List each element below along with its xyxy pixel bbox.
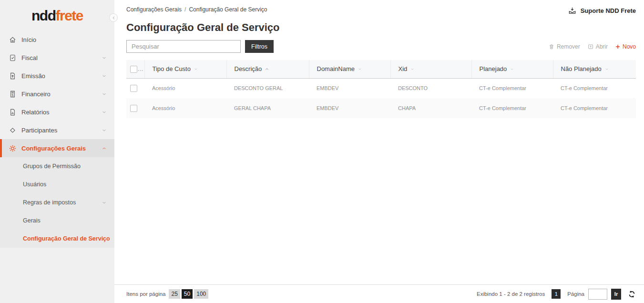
doc-dollar-icon: $ (9, 90, 17, 98)
diamond-icon (9, 126, 17, 134)
sidebar-item-label: Usuários (23, 181, 46, 188)
sidebar-item-relatorios[interactable]: Relatórios (0, 103, 114, 121)
inbox-tray-icon (568, 6, 577, 15)
cell-tipo-de-custo: Acessório (144, 78, 226, 98)
open-window-icon (587, 43, 594, 50)
sidebar-item-label: Configurações Gerais (21, 145, 86, 152)
sidebar-item-emissao[interactable]: Emissão (0, 67, 114, 85)
sidebar-item-label: Grupos de Permissão (23, 163, 81, 170)
sidebar-item-fiscal[interactable]: Fiscal (0, 49, 114, 67)
sidebar-item-inicio[interactable]: Início (0, 30, 114, 49)
sidebar-item-label: Configuração Geral de Serviço (23, 235, 110, 242)
column-header-tipo-de-custo[interactable]: Tipo de Custo (144, 60, 226, 78)
column-header-nao-planejado[interactable]: Não Planejado (553, 60, 636, 78)
fiscal-doc-check-icon (9, 54, 17, 62)
column-options-menu[interactable]: ... (138, 66, 143, 72)
column-header-planejado[interactable]: Planejado (471, 60, 553, 78)
cell-nao-planejado: CT-e Complementar (553, 78, 636, 98)
cell-planejado: CT-e Complementar (471, 98, 553, 118)
sidebar-item-label: Relatórios (21, 109, 50, 116)
cell-xid: CHAPA (390, 98, 471, 118)
sidebar-item-gerais[interactable]: Gerais (0, 212, 114, 230)
filters-button[interactable]: Filtros (245, 40, 274, 53)
sort-caret-down-icon (194, 67, 198, 71)
select-all-checkbox[interactable] (130, 66, 137, 73)
breadcrumb-separator: / (184, 6, 186, 13)
chevron-down-icon (102, 55, 107, 61)
sidebar-item-label: Regras de impostos (23, 199, 76, 206)
page-label: Página (567, 291, 584, 297)
sidebar-item-label: Financeiro (21, 91, 51, 98)
chevron-down-icon (102, 200, 107, 205)
cell-tipo-de-custo: Acessório (144, 98, 226, 118)
go-button[interactable]: Ir (611, 289, 621, 300)
sidebar-item-configuracoes-gerais[interactable]: Configurações Gerais (0, 139, 114, 157)
cell-xid: DESCONTO (390, 78, 471, 98)
svg-text:$: $ (12, 93, 14, 96)
sort-caret-up-icon (265, 67, 269, 71)
new-button[interactable]: Novo (615, 43, 636, 50)
table-row[interactable]: Acessório DESCONTO GERAL EMBDEV DESCONTO… (126, 78, 636, 98)
remove-button[interactable]: Remover (548, 43, 580, 50)
current-page-button[interactable]: 1 (552, 289, 561, 299)
page-size-100-button[interactable]: 100 (194, 289, 208, 299)
chevron-up-icon (102, 146, 107, 151)
sidebar-menu: Início Fiscal Emissão $ Financeiro (0, 30, 114, 248)
page-number-input[interactable] (588, 289, 607, 300)
open-button[interactable]: Abrir (587, 43, 608, 50)
sidebar: nddfrete Início Fiscal Emissão (0, 0, 114, 303)
cell-planejado: CT-e Complementar (471, 78, 553, 98)
home-icon (9, 36, 17, 44)
page-size-25-button[interactable]: 25 (169, 289, 180, 299)
breadcrumb-current-page: Configuração Geral de Serviço (189, 6, 267, 13)
cell-descricao: GERAL CHAPA (226, 98, 309, 118)
row-select-cell (126, 98, 144, 118)
pagination-footer: Itens por página 25 50 100 Exibindo 1 - … (114, 284, 644, 303)
chevron-left-icon (112, 16, 116, 20)
ndd-frete-logo: nddfrete (0, 0, 114, 24)
sidebar-item-label: Início (21, 36, 36, 43)
column-header-xid[interactable]: Xid (390, 60, 471, 78)
sidebar-item-label: Participantes (21, 127, 57, 134)
chevron-down-icon (102, 128, 107, 133)
logo-text-ndd: ndd (31, 8, 55, 23)
table-header-row: ... Tipo de Custo Descrição DomainName X… (126, 60, 636, 78)
support-label: Suporte NDD Frete (581, 7, 636, 14)
sidebar-item-configuracao-geral-de-servico[interactable]: Configuração Geral de Serviço (0, 230, 114, 248)
column-header-domainname[interactable]: DomainName (309, 60, 390, 78)
trash-icon (548, 43, 555, 50)
row-checkbox[interactable] (130, 85, 137, 92)
chevron-down-icon (102, 73, 107, 79)
controls-row: Filtros Remover Abrir Novo (126, 40, 636, 53)
configuracoes-gerais-submenu: Grupos de Permissão Usuários Regras de i… (0, 157, 114, 248)
sidebar-item-label: Emissão (21, 72, 45, 80)
sidebar-item-label: Fiscal (21, 54, 38, 61)
sidebar-collapse-button[interactable] (109, 13, 118, 22)
search-input[interactable] (126, 40, 241, 53)
open-label: Abrir (596, 43, 608, 50)
table-row[interactable]: Acessório GERAL CHAPA EMBDEV CHAPA CT-e … (126, 98, 636, 118)
row-checkbox[interactable] (130, 105, 137, 112)
page-title: Configuração Geral de Serviço (126, 21, 644, 34)
column-header-descricao[interactable]: Descrição (226, 60, 309, 78)
sidebar-item-label: Gerais (23, 217, 41, 224)
logo-text-frete: frete (55, 8, 83, 23)
sidebar-item-grupos-de-permissao[interactable]: Grupos de Permissão (0, 157, 114, 175)
page-size-50-button[interactable]: 50 (182, 289, 193, 299)
refresh-icon[interactable] (628, 290, 636, 298)
breadcrumb-link-configuracoes-gerais[interactable]: Configurações Gerais (126, 6, 182, 13)
breadcrumb: Configurações Gerais / Configuração Gera… (126, 6, 267, 13)
topbar: Configurações Gerais / Configuração Gera… (114, 0, 644, 15)
sort-caret-down-icon (410, 67, 415, 71)
sidebar-item-usuarios[interactable]: Usuários (0, 175, 114, 193)
sidebar-item-regras-de-impostos[interactable]: Regras de impostos (0, 193, 114, 212)
plus-icon (615, 44, 621, 50)
cell-nao-planejado: CT-e Complementar (553, 98, 636, 118)
gear-icon (9, 144, 17, 152)
support-link[interactable]: Suporte NDD Frete (568, 6, 636, 15)
sort-caret-down-icon (358, 67, 362, 71)
doc-upload-icon (9, 72, 17, 80)
doc-chart-icon (9, 108, 17, 116)
sidebar-item-financeiro[interactable]: $ Financeiro (0, 85, 114, 103)
sidebar-item-participantes[interactable]: Participantes (0, 121, 114, 139)
